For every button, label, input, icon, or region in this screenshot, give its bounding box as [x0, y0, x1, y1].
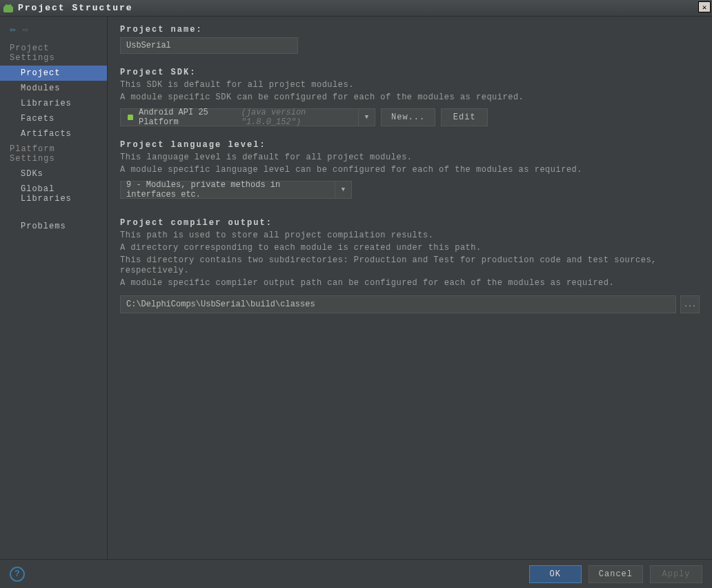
- lang-help-1: This language level is default for all p…: [120, 153, 700, 164]
- svg-rect-5: [128, 115, 133, 117]
- nav-forward-icon[interactable]: ⇨: [22, 23, 28, 35]
- lang-level-combo[interactable]: 9 - Modules, private methods in interfac…: [120, 181, 352, 199]
- project-name-label: Project name:: [120, 25, 700, 35]
- new-sdk-button[interactable]: New...: [381, 108, 435, 126]
- apply-button[interactable]: Apply: [650, 565, 702, 583]
- help-icon[interactable]: ?: [10, 567, 25, 582]
- compiler-help-2: A directory corresponding to each module…: [120, 243, 700, 254]
- sidebar-item-modules[interactable]: Modules: [0, 81, 107, 96]
- lang-level-label: Project language level:: [120, 140, 700, 150]
- sidebar-item-sdks[interactable]: SDKs: [0, 166, 107, 182]
- app-icon: [3, 3, 14, 14]
- sdk-selected: Android API 25 Platform: [139, 108, 237, 127]
- project-sdk-label: Project SDK:: [120, 68, 700, 77]
- compiler-output-input[interactable]: [120, 295, 676, 313]
- android-icon: [126, 113, 135, 121]
- svg-rect-3: [5, 5, 12, 8]
- sdk-help-2: A module specific SDK can be configured …: [120, 92, 700, 104]
- nav-back-icon[interactable]: ⇦: [10, 23, 15, 35]
- project-name-input[interactable]: [120, 37, 298, 54]
- chevron-down-icon[interactable]: ▼: [335, 182, 351, 198]
- lang-level-selected: 9 - Modules, private methods in interfac…: [126, 180, 329, 199]
- bottom-bar: ? OK Cancel Apply: [0, 559, 712, 588]
- sdk-help-1: This SDK is default for all project modu…: [120, 80, 700, 91]
- edit-sdk-button[interactable]: Edit: [441, 108, 488, 126]
- titlebar: Project Structure ✕: [0, 0, 712, 17]
- sdk-combo[interactable]: Android API 25 Platform (java version "1…: [120, 108, 375, 126]
- ok-button[interactable]: OK: [529, 565, 582, 583]
- close-icon: ✕: [702, 3, 707, 12]
- compiler-help-1: This path is used to store all project c…: [120, 231, 700, 242]
- lang-help-2: A module specific language level can be …: [120, 165, 700, 176]
- sidebar-item-project[interactable]: Project: [0, 66, 107, 81]
- sidebar-item-artifacts[interactable]: Artifacts: [0, 126, 107, 141]
- sidebar-item-facets[interactable]: Facets: [0, 111, 107, 126]
- sdk-detail: (java version "1.8.0_152"): [241, 108, 353, 127]
- content-panel: Project name: Project SDK: This SDK is d…: [108, 17, 712, 559]
- sidebar-section-project-settings: Project Settings: [0, 41, 107, 66]
- sidebar: ⇦ ⇨ Project Settings Project Modules Lib…: [0, 17, 108, 559]
- close-button[interactable]: ✕: [698, 1, 711, 12]
- sidebar-item-global-libraries[interactable]: Global Libraries: [0, 182, 107, 206]
- browse-button[interactable]: ...: [680, 295, 700, 313]
- sidebar-section-platform-settings: Platform Settings: [0, 141, 107, 166]
- cancel-button[interactable]: Cancel: [589, 565, 643, 583]
- chevron-down-icon[interactable]: ▼: [358, 109, 375, 126]
- compiler-help-3: This directory contains two subdirectori…: [120, 255, 700, 277]
- sidebar-item-libraries[interactable]: Libraries: [0, 96, 107, 111]
- compiler-output-label: Project compiler output:: [120, 218, 700, 228]
- window-title: Project Structure: [18, 3, 133, 13]
- sidebar-item-problems[interactable]: Problems: [0, 219, 107, 234]
- compiler-help-4: A module specific compiler output path c…: [120, 278, 700, 289]
